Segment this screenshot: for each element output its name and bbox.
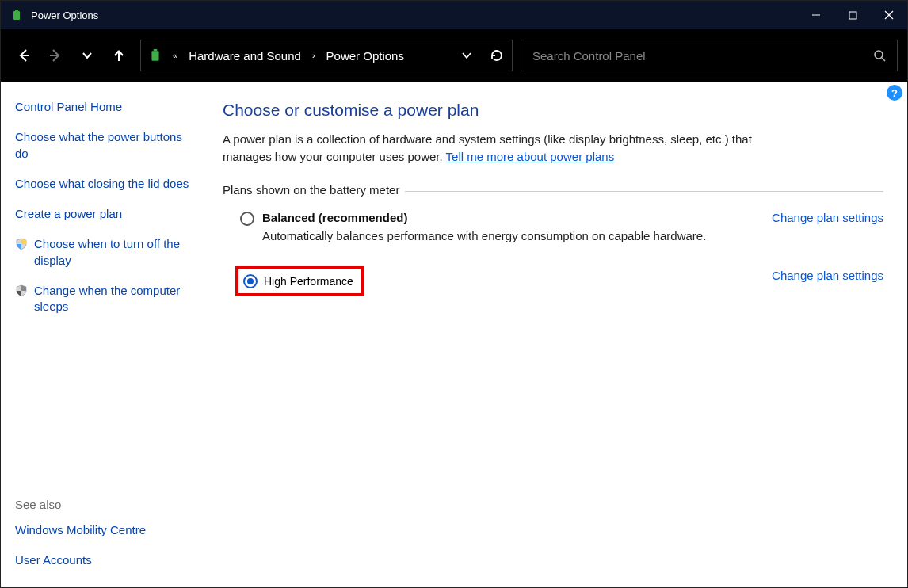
change-settings-balanced[interactable]: Change plan settings xyxy=(772,211,883,224)
highlight-box: High Performance xyxy=(235,266,364,296)
change-settings-high-performance[interactable]: Change plan settings xyxy=(772,269,883,282)
content-area: ? Control Panel Home Choose what the pow… xyxy=(1,82,907,588)
sidebar-link-create-plan[interactable]: Create a power plan xyxy=(15,206,196,222)
svg-rect-3 xyxy=(849,12,856,19)
control-panel-home-link[interactable]: Control Panel Home xyxy=(15,99,196,115)
plans-fieldset: Plans shown on the battery meter Balance… xyxy=(223,183,883,296)
address-bar[interactable]: « Hardware and Sound › Power Options xyxy=(140,40,513,71)
svg-line-11 xyxy=(882,58,885,61)
shield-icon xyxy=(15,238,28,250)
forward-button[interactable] xyxy=(47,47,64,64)
sidebar-link-closing-lid[interactable]: Choose what closing the lid does xyxy=(15,176,196,192)
recent-dropdown[interactable] xyxy=(78,47,96,64)
see-also-mobility-centre[interactable]: Windows Mobility Centre xyxy=(15,522,196,538)
window-title: Power Options xyxy=(31,10,98,21)
svg-point-10 xyxy=(875,51,883,59)
plan-high-performance-name[interactable]: High Performance xyxy=(264,275,353,288)
breadcrumb-parent[interactable]: Hardware and Sound xyxy=(189,49,301,63)
breadcrumb-current[interactable]: Power Options xyxy=(326,49,404,63)
svg-rect-1 xyxy=(15,10,18,11)
nav-arrows xyxy=(10,47,132,64)
svg-rect-8 xyxy=(151,51,158,61)
shield-icon xyxy=(15,284,28,297)
navbar: « Hardware and Sound › Power Options xyxy=(1,29,907,82)
see-also-user-accounts[interactable]: User Accounts xyxy=(15,552,196,568)
sidebar-link-turn-off-display[interactable]: Choose when to turn off the display xyxy=(34,236,196,269)
intro-link[interactable]: Tell me more about power plans xyxy=(446,150,615,163)
svg-rect-9 xyxy=(154,49,158,51)
sidebar: Control Panel Home Choose what the power… xyxy=(1,82,207,588)
search-input[interactable] xyxy=(532,49,873,63)
back-button[interactable] xyxy=(15,47,32,64)
divider xyxy=(405,191,883,192)
maximize-button[interactable] xyxy=(834,1,871,29)
titlebar: Power Options xyxy=(1,1,907,29)
search-icon[interactable] xyxy=(873,49,886,62)
sidebar-link-computer-sleeps[interactable]: Change when the computer sleeps xyxy=(34,283,196,315)
up-button[interactable] xyxy=(110,47,128,64)
plan-balanced: Balanced (recommended) Automatically bal… xyxy=(223,197,883,244)
plan-balanced-name[interactable]: Balanced (recommended) xyxy=(262,211,756,224)
svg-rect-0 xyxy=(13,11,20,20)
window-controls xyxy=(798,1,907,29)
sidebar-link-power-buttons[interactable]: Choose what the power buttons do xyxy=(15,129,196,162)
chevron-right-icon: › xyxy=(309,51,319,60)
chevron-down-icon[interactable] xyxy=(461,50,472,61)
plan-balanced-desc: Automatically balances performance with … xyxy=(262,229,756,242)
radio-high-performance[interactable] xyxy=(243,274,258,288)
radio-balanced[interactable] xyxy=(240,212,254,226)
plans-legend: Plans shown on the battery meter xyxy=(223,183,407,197)
intro-text: A power plan is a collection of hardware… xyxy=(223,131,777,166)
chevron-left-icon: « xyxy=(170,51,181,60)
search-bar[interactable] xyxy=(521,40,898,71)
battery-icon xyxy=(149,49,162,62)
page-heading: Choose or customise a power plan xyxy=(223,101,883,120)
close-button[interactable] xyxy=(871,1,907,29)
battery-icon xyxy=(10,9,23,21)
minimize-button[interactable] xyxy=(798,1,834,29)
plan-high-performance-row: High Performance Change plan settings xyxy=(223,255,883,296)
see-also-header: See also xyxy=(15,498,196,511)
main-panel: Choose or customise a power plan A power… xyxy=(207,82,907,588)
refresh-button[interactable] xyxy=(490,48,504,63)
